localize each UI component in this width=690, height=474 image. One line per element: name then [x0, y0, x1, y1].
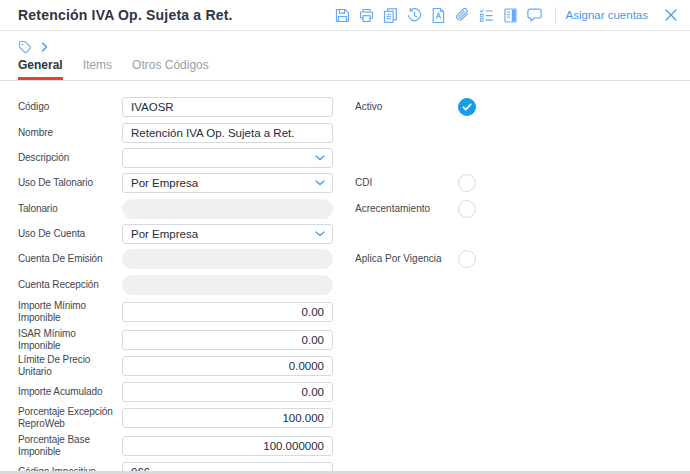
- page-title: Retención IVA Op. Sujeta a Ret.: [18, 7, 327, 23]
- attachment-icon[interactable]: [454, 7, 471, 24]
- form-row-talonario: TalonarioAcrecentamiento: [18, 196, 678, 221]
- field-label-aplica-por-vigencia: Aplica Por Vigencia: [355, 253, 451, 265]
- field-porcentaje-excepcion-reproweb[interactable]: [122, 408, 333, 428]
- field-isar-minimo-imponible[interactable]: [122, 330, 333, 350]
- field-label-importe-minimo-imponible: Importe Mínimo Imponible: [18, 300, 122, 324]
- form-row-uso-de-cuenta: Uso De CuentaPor Empresa: [18, 221, 678, 246]
- tab-otros-codigos[interactable]: Otros Códigos: [132, 58, 209, 80]
- field-label-importe-acumulado: Importe Acumulado: [18, 386, 122, 398]
- selected-value: Por Empresa: [131, 228, 198, 240]
- field-label-porcentaje-excepcion-reproweb: Porcentaje Excepción ReproWeb: [18, 406, 122, 430]
- toolbar-separator: [555, 7, 556, 23]
- form-row-cuenta-recepcion: Cuenta Recepción: [18, 272, 678, 297]
- chevron-right-icon[interactable]: [41, 42, 49, 52]
- window-header: Retención IVA Op. Sujeta a Ret. Asignar …: [0, 0, 690, 31]
- history-icon[interactable]: [406, 7, 423, 24]
- field-cuenta-recepcion: [122, 275, 333, 295]
- form-row-cuenta-de-emision: Cuenta De EmisiónAplica Por Vigencia: [18, 246, 678, 272]
- field-label-cuenta-recepcion: Cuenta Recepción: [18, 279, 122, 291]
- ledger-icon[interactable]: [502, 7, 519, 24]
- document-a-icon[interactable]: [430, 7, 447, 24]
- field-label-limite-de-precio-unitario: Límite De Precio Unitario: [18, 354, 122, 378]
- form-row-porcentaje-base-imponible: Porcentaje Base Imponible: [18, 432, 678, 460]
- toolbar: Asignar cuentas: [327, 7, 678, 24]
- form-row-isar-minimo-imponible: ISAR Mínimo Imponible: [18, 326, 678, 353]
- field-uso-de-talonario[interactable]: Por Empresa: [122, 173, 333, 193]
- tab-items[interactable]: Items: [83, 58, 112, 80]
- comment-icon[interactable]: [526, 7, 543, 24]
- field-nombre[interactable]: [122, 123, 333, 143]
- field-label-talonario: Talonario: [18, 203, 122, 215]
- field-uso-de-cuenta[interactable]: Por Empresa: [122, 224, 333, 244]
- save-icon[interactable]: [334, 7, 351, 24]
- form-general: CódigoActivoNombreDescripciónUso De Talo…: [0, 81, 690, 474]
- field-label-cdi: CDI: [355, 177, 451, 189]
- checkbox-acrecentamiento[interactable]: [458, 200, 476, 218]
- assign-accounts-link[interactable]: Asignar cuentas: [566, 9, 648, 21]
- form-row-nombre: Nombre: [18, 120, 678, 145]
- tab-bar: GeneralItemsOtros Códigos: [0, 58, 690, 81]
- field-label-porcentaje-base-imponible: Porcentaje Base Imponible: [18, 434, 122, 458]
- field-label-cuenta-de-emision: Cuenta De Emisión: [18, 253, 122, 265]
- form-row-porcentaje-excepcion-reproweb: Porcentaje Excepción ReproWeb: [18, 404, 678, 432]
- breadcrumb: [0, 31, 690, 58]
- field-label-activo: Activo: [355, 101, 451, 113]
- form-row-importe-minimo-imponible: Importe Mínimo Imponible: [18, 297, 678, 326]
- checkbox-aplica-por-vigencia[interactable]: [458, 250, 476, 268]
- field-label-uso-de-cuenta: Uso De Cuenta: [18, 228, 122, 240]
- checklist-icon[interactable]: [478, 7, 495, 24]
- copy-icon[interactable]: [382, 7, 399, 24]
- tab-general[interactable]: General: [18, 58, 63, 80]
- tag-icon[interactable]: [18, 40, 32, 54]
- form-row-uso-de-talonario: Uso De TalonarioPor EmpresaCDI: [18, 170, 678, 196]
- form-row-codigo: CódigoActivo: [18, 94, 678, 120]
- field-label-descripcion: Descripción: [18, 152, 122, 164]
- field-talonario: [122, 199, 333, 219]
- field-descripcion[interactable]: [122, 148, 333, 168]
- field-label-uso-de-talonario: Uso De Talonario: [18, 177, 122, 189]
- checkbox-activo[interactable]: [458, 98, 476, 116]
- chevron-down-icon: [315, 155, 325, 161]
- toolbar-icons: [327, 7, 543, 24]
- field-porcentaje-base-imponible[interactable]: [122, 436, 333, 456]
- print-icon[interactable]: [358, 7, 375, 24]
- field-label-nombre: Nombre: [18, 127, 122, 139]
- field-label-codigo: Código: [18, 101, 122, 113]
- chevron-down-icon: [315, 180, 325, 186]
- close-icon[interactable]: [664, 8, 678, 22]
- tax-code-window: Retención IVA Op. Sujeta a Ret. Asignar …: [0, 0, 690, 474]
- form-row-importe-acumulado: Importe Acumulado: [18, 379, 678, 404]
- field-limite-de-precio-unitario[interactable]: [122, 356, 333, 376]
- selected-value: Por Empresa: [131, 177, 198, 189]
- form-row-limite-de-precio-unitario: Límite De Precio Unitario: [18, 353, 678, 379]
- field-label-isar-minimo-imponible: ISAR Mínimo Imponible: [18, 328, 122, 352]
- checkbox-cdi[interactable]: [458, 174, 476, 192]
- field-importe-acumulado[interactable]: [122, 382, 333, 402]
- field-importe-minimo-imponible[interactable]: [122, 302, 333, 322]
- field-label-acrecentamiento: Acrecentamiento: [355, 203, 451, 215]
- chevron-down-icon: [315, 231, 325, 237]
- field-codigo[interactable]: [122, 97, 333, 117]
- field-cuenta-de-emision: [122, 249, 333, 269]
- form-row-descripcion: Descripción: [18, 145, 678, 170]
